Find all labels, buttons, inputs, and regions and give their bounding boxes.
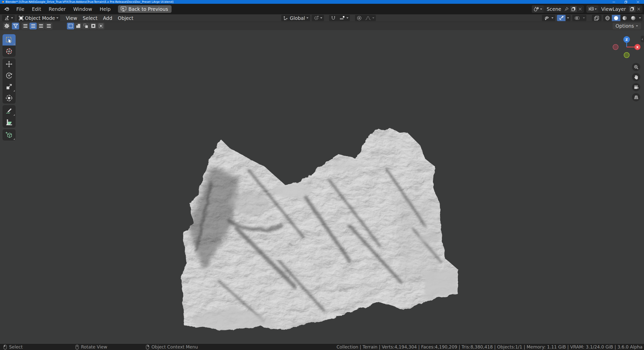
mode-dropdown[interactable]: Object Mode (17, 15, 60, 21)
gizmos-dropdown[interactable] (566, 15, 571, 21)
transform-orientation-dropdown[interactable]: Global (281, 15, 310, 21)
select-mode-extend[interactable] (74, 23, 82, 29)
toolbar (3, 34, 16, 141)
viewport-3d[interactable]: Z X (0, 30, 644, 344)
new-scene-button[interactable] (570, 6, 577, 12)
menu-add[interactable]: Add (100, 15, 115, 21)
tool-transform[interactable] (3, 92, 16, 104)
orientation-axes-icon (283, 15, 289, 21)
snap-settings-dropdown[interactable] (338, 15, 350, 21)
falloff-curve-icon (365, 15, 371, 21)
select-mode-set[interactable] (67, 23, 74, 29)
select-mode-group (67, 23, 106, 29)
options-button[interactable]: Options (613, 23, 641, 29)
remove-view-layer-icon[interactable] (637, 7, 640, 11)
menu-edit[interactable]: Edit (28, 6, 45, 12)
list-option-2[interactable] (29, 23, 37, 29)
new-view-layer-button[interactable] (629, 6, 635, 12)
overlays-toggle[interactable] (572, 15, 581, 21)
restore-button[interactable] (620, 0, 632, 4)
xray-icon (594, 15, 600, 21)
select-mode-intersect[interactable] (97, 23, 104, 29)
filter-button[interactable] (12, 23, 19, 29)
terrain-mesh[interactable] (174, 120, 465, 339)
list-option-3[interactable] (37, 23, 45, 29)
select-mode-invert[interactable] (90, 23, 97, 29)
tool-move[interactable] (3, 58, 16, 70)
chevron-down-icon (372, 17, 374, 19)
sidebar-collapse-tab[interactable]: ‹ (641, 36, 644, 42)
proportional-editing-toggle[interactable] (355, 15, 364, 21)
move-icon (5, 60, 13, 68)
view-layer-browse-button[interactable] (586, 5, 598, 13)
chevron-down-icon (636, 25, 638, 27)
tool-select-box[interactable] (3, 34, 16, 46)
menu-render[interactable]: Render (45, 6, 70, 12)
shading-wireframe-button[interactable] (603, 15, 612, 21)
window-titlebar[interactable]: Blender* [\\True-NAS\Google_Drive_True-V… (0, 0, 644, 4)
gizmos-toggle[interactable] (557, 15, 566, 21)
pivot-point-dropdown[interactable] (312, 15, 324, 21)
tool-annotate[interactable] (3, 105, 16, 116)
menu-view[interactable]: View (63, 15, 80, 21)
zoom-button[interactable] (632, 63, 640, 71)
menu-window[interactable]: Window (69, 6, 96, 12)
view-layer-name: ViewLayer (598, 6, 629, 12)
back-to-previous-button[interactable]: Back to Previous (118, 5, 172, 13)
snap-increment-icon (339, 15, 345, 21)
select-mode-subtract[interactable] (82, 23, 89, 29)
minimize-button[interactable] (608, 0, 620, 4)
close-button[interactable] (632, 0, 644, 4)
select-invert-icon (91, 23, 96, 28)
scene-browse-button[interactable] (532, 5, 544, 13)
toggle-xray-button[interactable] (592, 15, 601, 21)
proportional-falloff-dropdown[interactable] (364, 15, 376, 21)
shading-dropdown[interactable] (637, 15, 642, 21)
pan-button[interactable] (632, 73, 640, 81)
list-option-1[interactable] (22, 23, 29, 29)
scene-name: Scene (544, 6, 564, 12)
overlays-dropdown[interactable] (581, 15, 586, 21)
menu-object[interactable]: Object (115, 15, 136, 21)
shading-material-button[interactable] (620, 15, 629, 21)
gizmo-axis-x-neg[interactable] (613, 45, 618, 50)
pin-icon[interactable] (564, 7, 569, 11)
mouse-right-icon (146, 345, 149, 349)
tool-scale[interactable] (3, 81, 16, 92)
tool-settings-gear-button[interactable] (3, 23, 10, 29)
grid-perspective-icon (634, 95, 639, 100)
scale-icon (5, 83, 13, 91)
navigation-gizmo[interactable]: Z X (610, 33, 644, 61)
editor-type-button[interactable] (2, 15, 15, 21)
blender-topbar: File Edit Render Window Help Back to Pre… (0, 4, 644, 14)
window-title: Blender* [\\True-NAS\Google_Drive_True-V… (6, 0, 173, 4)
menu-help[interactable]: Help (96, 6, 114, 12)
camera-view-button[interactable] (632, 83, 640, 91)
unlink-scene-icon[interactable] (578, 7, 582, 11)
scene-selector[interactable]: Scene (532, 5, 584, 13)
tool-measure[interactable] (3, 116, 16, 128)
menu-file[interactable]: File (13, 6, 28, 12)
select-subtract-icon (83, 23, 88, 28)
copy-icon (630, 7, 634, 11)
chevron-down-icon (346, 17, 348, 19)
transform-icon (5, 94, 13, 102)
tool-rotate[interactable] (3, 70, 16, 81)
orthographic-toggle-button[interactable] (632, 93, 640, 101)
menu-select[interactable]: Select (80, 15, 100, 21)
view-layer-selector[interactable]: ViewLayer (586, 5, 642, 13)
scene-statistics: Collection | Terrain | Verts:4,194,304 |… (337, 344, 642, 350)
list-option-4[interactable] (45, 23, 52, 29)
gizmo-axis-y-neg[interactable] (624, 53, 629, 58)
blender-menu-icon[interactable] (4, 7, 10, 12)
solid-sphere-icon (613, 15, 619, 21)
shading-solid-button[interactable] (612, 15, 620, 21)
tool-cursor[interactable] (3, 46, 16, 57)
screen-back-icon (120, 6, 127, 12)
scene-icon (534, 6, 539, 12)
tool-add-cube[interactable] (3, 129, 16, 141)
show-object-types-dropdown[interactable] (542, 15, 555, 21)
options-label: Options (616, 23, 634, 29)
shading-rendered-button[interactable] (629, 15, 637, 21)
snap-toggle[interactable] (329, 15, 338, 21)
